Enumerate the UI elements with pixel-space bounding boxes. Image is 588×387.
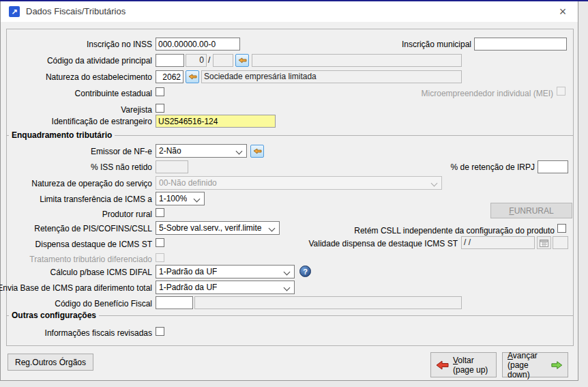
envia-label: Envia Base de ICMS para diferimento tota… [6, 282, 152, 293]
revisadas-checkbox[interactable] [156, 327, 164, 336]
retencao-select[interactable]: 5-Sobre val.serv., verif.limite [156, 221, 280, 235]
validade-extra-field [553, 236, 568, 249]
beneficio-code-input[interactable] [156, 296, 193, 309]
iss-label: % ISS não retido [6, 161, 152, 173]
avancar-label: vançar [513, 351, 538, 360]
avancar-subtext: (page down) [508, 360, 547, 379]
natureza-code-input[interactable] [156, 70, 183, 83]
natureza-operacao-value: 00-Não definido [159, 178, 217, 188]
revisadas-label: Informações fiscais revisadas [6, 327, 152, 339]
envia-value: 1-Padrão da UF [159, 283, 217, 292]
dialog-title: Dados Fiscais/Tributários [26, 6, 126, 16]
irpj-label: % de retenção de IRPJ [383, 161, 535, 173]
difal-select[interactable]: 1-Padrão da UF [156, 265, 295, 278]
tratamento-label: Tratamento tributário diferenciado [6, 253, 152, 265]
section-title-outras: Outras configurações [9, 311, 99, 320]
funrural-mnemonic: F [509, 206, 514, 216]
chevron-down-icon [431, 180, 438, 187]
dados-fiscais-dialog: ↗ Dados Fiscais/Tributários × Enquadrame… [0, 0, 578, 381]
irpj-input[interactable] [538, 160, 568, 173]
chevron-down-icon [194, 196, 201, 203]
natureza-label: Natureza do estabelecimento [6, 71, 152, 83]
voltar-text: Voltar (page up) [453, 356, 488, 375]
window-top-edge [0, 0, 588, 1]
retem-csll-checkbox[interactable] [557, 224, 566, 233]
retencao-label: Retenção de PIS/COFINS/CSLL [6, 223, 152, 234]
tratamento-checkbox [156, 253, 164, 262]
estrangeiro-label: Identificação de estrangeiro [6, 115, 152, 127]
arrow-left-red-icon [436, 360, 449, 370]
beneficio-desc-field [194, 296, 462, 309]
contribuinte-checkbox[interactable] [156, 87, 164, 96]
produtor-label: Produtor rural [6, 208, 152, 220]
funrural-label: UNRURAL [514, 206, 554, 216]
chevron-down-icon [284, 269, 291, 276]
natureza-desc-field: Sociedade empresária limitada [201, 70, 462, 83]
lookup-hand-icon [188, 73, 197, 81]
emissor-lookup-button[interactable] [250, 145, 264, 158]
estrangeiro-input[interactable] [156, 115, 276, 128]
natureza-operacao-label: Natureza de operação do serviço [6, 177, 152, 189]
voltar-button[interactable]: Voltar (page up) [430, 352, 497, 377]
atividade-code-input[interactable] [156, 54, 184, 67]
dispensa-checkbox[interactable] [156, 238, 164, 247]
limita-value: 1-100% [159, 194, 187, 203]
contribuinte-label: Contribuinte estadual [6, 87, 152, 99]
natureza-operacao-select: 00-Não definido [156, 176, 442, 190]
validade-label: Validade dispensa de destaque ICMS ST [287, 238, 458, 249]
avancar-mnemonic: A [508, 351, 513, 360]
title-bar: ↗ Dados Fiscais/Tributários × [1, 1, 578, 22]
natureza-lookup-button[interactable] [186, 70, 199, 83]
validade-calendar-button [537, 236, 551, 249]
funrural-button: FUNRURAL [490, 203, 572, 218]
section-title-enquadramento: Enquadramento tributário [9, 130, 115, 140]
limita-label: Limita transferência de ICMS a [6, 193, 152, 205]
reg-outros-orgaos-button[interactable]: Reg.Outros Órgãos [8, 354, 93, 371]
emissor-select[interactable]: 2-Não [156, 144, 247, 158]
municipal-label: Inscrição municipal [328, 38, 471, 50]
close-icon[interactable]: × [555, 3, 571, 20]
inss-input[interactable] [156, 38, 240, 51]
atividade-desc-field [252, 54, 462, 67]
varejista-label: Varejista [6, 104, 152, 115]
app-icon: ↗ [9, 6, 20, 17]
envia-select[interactable]: 1-Padrão da UF [156, 281, 295, 294]
lookup-hand-icon [253, 147, 262, 155]
varejista-checkbox[interactable] [156, 104, 164, 113]
emissor-value: 2-Não [159, 146, 181, 156]
arrow-right-green-icon [551, 360, 563, 370]
voltar-subtext: (page up) [453, 365, 488, 375]
mei-label: Microempreendedor individual (MEI) [379, 87, 553, 99]
chevron-down-icon [236, 148, 243, 155]
voltar-label: oltar [458, 356, 473, 365]
validade-date-field: / / [461, 236, 535, 249]
avancar-text: Avançar (page down) [508, 351, 547, 379]
limita-select[interactable]: 1-100% [156, 192, 205, 205]
calendar-icon [540, 239, 548, 247]
atividade-separator: / [208, 55, 210, 65]
difal-label: Cálculo p/base ICMS DIFAL [6, 266, 152, 278]
retencao-value: 5-Sobre val.serv., verif.limite [159, 223, 262, 233]
atividade-extra2-field [213, 54, 233, 67]
atividade-extra-field: 0 [186, 54, 207, 67]
atividade-label: Código da atividade principal [6, 55, 152, 66]
emissor-label: Emissor de NF-e [6, 145, 152, 157]
municipal-input[interactable] [474, 38, 567, 51]
produtor-checkbox[interactable] [156, 208, 164, 217]
inss-label: Inscrição no INSS [6, 38, 152, 50]
avancar-button[interactable]: Avançar (page down) [502, 352, 568, 377]
beneficio-label: Código do Benefício Fiscal [6, 298, 152, 309]
iss-field [156, 160, 188, 173]
lookup-hand-icon [238, 57, 247, 64]
difal-value: 1-Padrão da UF [159, 267, 217, 276]
help-icon[interactable]: ? [299, 266, 311, 277]
mei-checkbox [557, 87, 565, 96]
dispensa-label: Dispensa destaque de ICMS ST [6, 238, 152, 250]
retem-csll-label: Retém CSLL independente da configuração … [274, 225, 555, 236]
chevron-down-icon [284, 285, 291, 291]
atividade-lookup-button[interactable] [235, 54, 249, 67]
screen: ↗ Dados Fiscais/Tributários × Enquadrame… [0, 0, 588, 387]
